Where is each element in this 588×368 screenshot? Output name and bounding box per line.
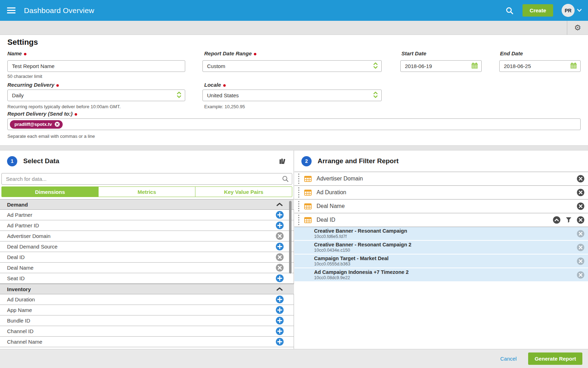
settings-heading: Settings bbox=[7, 38, 38, 47]
arrange-row-label: Advertiser Domain bbox=[317, 176, 577, 182]
remove-icon[interactable] bbox=[276, 253, 284, 261]
filter-value-name: Campaign Target - Market Deal bbox=[314, 255, 577, 262]
report-delivery-input[interactable]: pradliff@spotx.tv bbox=[7, 118, 581, 130]
gear-icon[interactable]: ⚙ bbox=[574, 24, 581, 32]
arrange-row-deal-id: Deal ID bbox=[294, 213, 588, 227]
select-data-title: Select Data bbox=[23, 157, 59, 165]
data-item-bundle-id: Bundle ID bbox=[0, 315, 294, 326]
account-chevron-down-icon[interactable] bbox=[577, 9, 582, 12]
group-header-demand[interactable]: Demand bbox=[0, 199, 294, 210]
name-label: Name bbox=[7, 50, 26, 56]
name-input[interactable] bbox=[7, 60, 185, 72]
filter-icon[interactable] bbox=[565, 217, 572, 223]
chip-remove-icon[interactable] bbox=[55, 122, 60, 127]
filter-value-id: 10cc0.0434e.c150 bbox=[314, 248, 577, 253]
arrange-row-deal-name: Deal Name bbox=[294, 200, 588, 213]
required-dot bbox=[24, 53, 26, 55]
chevron-up-icon[interactable] bbox=[276, 203, 283, 206]
select-arrows-icon bbox=[373, 91, 378, 99]
add-icon[interactable] bbox=[276, 317, 284, 325]
toolbar-settings-section[interactable]: ⚙ bbox=[567, 21, 588, 35]
drag-handle-icon[interactable] bbox=[298, 201, 300, 212]
add-icon[interactable] bbox=[276, 306, 284, 314]
filter-value-name: Creative Banner - Resonant Campaign bbox=[314, 228, 577, 234]
close-icon[interactable] bbox=[577, 257, 584, 265]
top-bar: Dashboard Overview Create PR bbox=[0, 0, 588, 21]
data-item-deal-demand-source: Deal Demand Source bbox=[0, 241, 294, 252]
search-input[interactable] bbox=[1, 173, 292, 185]
end-date-input[interactable]: 2018-06-25 bbox=[499, 60, 581, 72]
menu-icon[interactable] bbox=[7, 6, 15, 15]
filter-value-row: Creative Banner - Resonant Campaign 210c… bbox=[294, 241, 588, 254]
add-icon[interactable] bbox=[276, 327, 284, 335]
close-icon[interactable] bbox=[577, 202, 584, 210]
remove-icon[interactable] bbox=[276, 232, 284, 240]
add-icon[interactable] bbox=[276, 338, 284, 346]
tab-metrics[interactable]: Metrics bbox=[99, 187, 195, 197]
table-column-icon bbox=[304, 217, 312, 223]
section-divider bbox=[0, 145, 588, 151]
close-icon[interactable] bbox=[577, 175, 584, 183]
group-name: Demand bbox=[7, 202, 276, 208]
cancel-button[interactable]: Cancel bbox=[500, 356, 517, 362]
data-item-label: Channel ID bbox=[7, 328, 276, 334]
settings-section: Settings Name 50 character limit Report … bbox=[0, 35, 588, 145]
report-date-range-select[interactable]: Custom bbox=[202, 60, 382, 72]
secondary-toolbar: ⚙ bbox=[0, 21, 588, 35]
filter-value-row: Creative Banner - Resonant Campaign10cc0… bbox=[294, 227, 588, 241]
arrange-row-ad-duration: Ad Duration bbox=[294, 186, 588, 200]
book-stack-icon[interactable] bbox=[279, 158, 286, 164]
select-data-header: 1 Select Data bbox=[0, 155, 59, 167]
calendar-icon[interactable] bbox=[471, 62, 478, 70]
data-item-label: Bundle ID bbox=[7, 318, 276, 324]
avatar[interactable]: PR bbox=[562, 4, 575, 17]
data-item-label: Seat ID bbox=[7, 275, 276, 281]
add-icon[interactable] bbox=[276, 243, 284, 251]
tab-dimensions[interactable]: Dimensions bbox=[2, 187, 99, 197]
add-icon[interactable] bbox=[276, 295, 284, 303]
data-item-label: Ad Partner bbox=[7, 212, 276, 218]
recurring-delivery-select[interactable]: Daily bbox=[7, 90, 185, 101]
create-button[interactable]: Create bbox=[523, 4, 553, 17]
scrollbar-thumb[interactable] bbox=[289, 201, 292, 274]
group-name: Inventory bbox=[7, 286, 276, 292]
close-icon[interactable] bbox=[577, 271, 584, 279]
arrange-row-label: Deal ID bbox=[317, 217, 553, 223]
locale-select[interactable]: United States bbox=[202, 90, 382, 101]
arrange-filter-panel: 2 Arrange and Filter Report Advertiser D… bbox=[294, 151, 588, 349]
required-dot bbox=[223, 84, 226, 87]
data-item-ad-partner-id: Ad Partner ID bbox=[0, 220, 294, 231]
close-icon[interactable] bbox=[577, 244, 584, 251]
search-icon[interactable] bbox=[506, 7, 513, 14]
drag-handle-icon[interactable] bbox=[298, 173, 300, 184]
locale-hint: Example: 10,250.95 bbox=[204, 104, 245, 109]
data-item-label: Deal Name bbox=[7, 265, 276, 271]
calendar-icon[interactable] bbox=[570, 62, 577, 70]
chevron-up-icon[interactable] bbox=[276, 287, 283, 291]
close-icon[interactable] bbox=[577, 189, 584, 196]
data-item-deal-id: Deal ID bbox=[0, 252, 294, 263]
data-item-label: Channel Name bbox=[7, 339, 276, 345]
add-icon[interactable] bbox=[276, 211, 284, 219]
report-delivery-hint: Separate each email with commas or a lin… bbox=[7, 134, 95, 139]
data-item-label: Deal ID bbox=[7, 254, 276, 260]
search-input-icon[interactable] bbox=[282, 176, 289, 184]
collapse-icon[interactable] bbox=[553, 216, 561, 224]
add-icon[interactable] bbox=[276, 221, 284, 229]
add-icon[interactable] bbox=[276, 274, 284, 282]
arrange-row-label: Deal Name bbox=[317, 203, 577, 209]
locale-label: Locale bbox=[204, 82, 226, 88]
close-icon[interactable] bbox=[577, 216, 584, 224]
filter-value-name: Creative Banner - Resonant Campaign 2 bbox=[314, 241, 577, 248]
start-date-input[interactable]: 2018-06-19 bbox=[400, 60, 482, 72]
group-header-inventory[interactable]: Inventory bbox=[0, 284, 294, 294]
drag-handle-icon[interactable] bbox=[298, 214, 300, 226]
drag-handle-icon[interactable] bbox=[298, 187, 300, 198]
data-item-app-name: App Name bbox=[0, 305, 294, 315]
generate-report-button[interactable]: Generate Report bbox=[528, 352, 582, 365]
select-data-panel: 1 Select Data DimensionsMetricsKey Value… bbox=[0, 151, 294, 349]
close-icon[interactable] bbox=[577, 230, 584, 238]
tab-key-value-pairs[interactable]: Key Value Pairs bbox=[195, 187, 292, 197]
row-actions bbox=[577, 175, 584, 183]
remove-icon[interactable] bbox=[276, 264, 284, 272]
